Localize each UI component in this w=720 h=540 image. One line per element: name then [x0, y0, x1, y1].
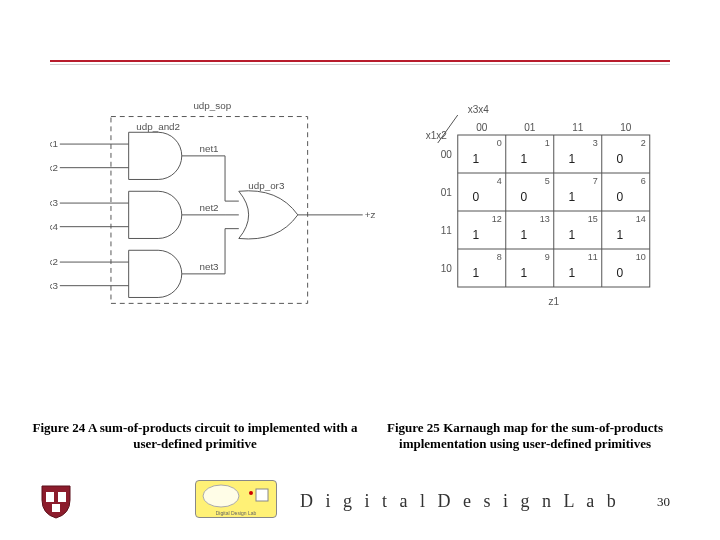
gate-and-1: +x1 +x2 net1	[50, 132, 225, 179]
caption-left-title: Figure 24	[32, 420, 85, 435]
kmap-corner: 7	[592, 176, 597, 186]
kmap-value: 1	[520, 266, 527, 280]
kmap-corner: 8	[496, 252, 501, 262]
gate2-net-label: net2	[199, 202, 218, 213]
circuit-output-label: +z1	[365, 209, 375, 220]
kmap-value: 1	[472, 266, 479, 280]
kmap-corner: 9	[544, 252, 549, 262]
kmap-row-3: 10	[440, 263, 452, 274]
kmap-col-0: 00	[476, 122, 488, 133]
kmap-corner: 3	[592, 138, 597, 148]
gate2-input-1: +x4	[50, 221, 58, 232]
kmap-row-var: x1x2	[425, 130, 447, 141]
gate-or3: udp_or3 +z1	[239, 180, 375, 239]
svg-point-26	[203, 485, 239, 507]
kmap-col-1: 01	[524, 122, 536, 133]
lab-logo-icon: Digital Design Lab	[195, 480, 277, 518]
or-gate-type-label: udp_or3	[248, 180, 285, 191]
kmap-value: 0	[616, 152, 623, 166]
gate3-net-label: net3	[199, 261, 219, 272]
kmap-row-1: 01	[440, 187, 452, 198]
kmap-corner: 0	[496, 138, 501, 148]
kmap-value: 1	[472, 228, 479, 242]
kmap-corner: 11	[587, 252, 597, 262]
kmap-value: 0	[616, 266, 623, 280]
kmap-value: 1	[616, 228, 623, 242]
kmap-value: 1	[520, 228, 527, 242]
gate1-net-label: net1	[199, 143, 218, 154]
caption-right-title: Figure 25	[387, 420, 440, 435]
gate-and-3: -x2 -x3 net3	[50, 250, 225, 297]
kmap-value: 1	[568, 266, 575, 280]
kmap-value: 1	[472, 152, 479, 166]
kmap-value: 1	[520, 152, 527, 166]
kmap-corner: 4	[496, 176, 501, 186]
lab-logo-caption: Digital Design Lab	[196, 510, 276, 516]
gate1-input-1: +x2	[50, 162, 58, 173]
kmap-value: 0	[520, 190, 527, 204]
kmap-col-var: x3x4	[467, 104, 489, 115]
kmap-col-2: 11	[572, 122, 584, 133]
kmap-value: 1	[568, 152, 575, 166]
kmap-value: 0	[472, 190, 479, 204]
caption-left-text: A sum-of-products circuit to implemented…	[88, 420, 358, 451]
gate3-input-0: -x2	[50, 256, 58, 267]
kmap-corner: 6	[640, 176, 645, 186]
kmap-row-2: 11	[440, 225, 452, 236]
gate1-input-0: +x1	[50, 138, 58, 149]
kmap-corner: 1	[544, 138, 549, 148]
gate-and-2: +x3 +x4 net2	[50, 191, 225, 238]
svg-line-15	[437, 115, 457, 143]
footer-brand: D i g i t a l D e s i g n L a b	[300, 491, 620, 512]
gate3-input-1: -x3	[50, 280, 58, 291]
svg-rect-23	[46, 492, 54, 502]
kmap-corner: 14	[635, 214, 645, 224]
kmap-value: 1	[568, 190, 575, 204]
svg-rect-24	[58, 492, 66, 502]
kmap-corner: 13	[539, 214, 549, 224]
svg-rect-25	[52, 504, 60, 512]
kmap-corner: 2	[640, 138, 645, 148]
caption-left: Figure 24 A sum-of-products circuit to i…	[30, 420, 360, 453]
kmap-value: 1	[568, 228, 575, 242]
kmap-corner: 5	[544, 176, 549, 186]
kmap-corner: 10	[635, 252, 645, 262]
kmap-output-name: z1	[548, 296, 559, 307]
header-rule	[50, 60, 670, 65]
svg-rect-28	[256, 489, 268, 501]
kmap-row-0: 00	[440, 149, 452, 160]
circuit-module-label: udp_sop	[193, 100, 231, 111]
gate1-type-label: udp_and2	[136, 121, 180, 132]
caption-right: Figure 25 Karnaugh map for the sum-of-pr…	[360, 420, 690, 453]
gate2-input-0: +x3	[50, 197, 58, 208]
kmap-corner: 15	[587, 214, 597, 224]
shield-logo-icon	[40, 484, 72, 520]
svg-point-27	[249, 491, 253, 495]
kmap-col-3: 10	[620, 122, 632, 133]
circuit-figure: udp_sop udp_and2 +x1 +x2 net1	[50, 95, 375, 425]
kmap-value: 0	[616, 190, 623, 204]
kmap-corner: 12	[491, 214, 501, 224]
kmap-figure: x3x4 x1x2 00 01 11 10	[405, 95, 671, 425]
page-number: 30	[657, 494, 670, 510]
